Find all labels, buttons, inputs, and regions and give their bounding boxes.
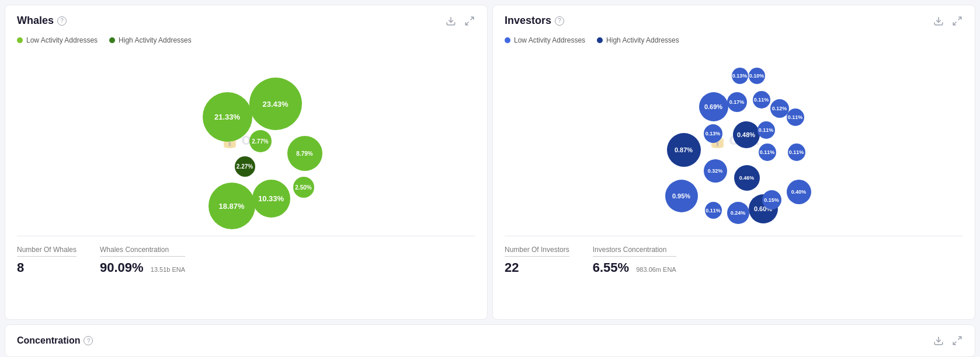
whale-bubble-2: 18.87% — [208, 183, 255, 229]
whales-actions — [445, 15, 475, 27]
investors-high-label: High Activity Addresses — [606, 36, 679, 44]
concentration-actions — [933, 335, 963, 346]
whale-bubble-3: 10.33% — [252, 180, 290, 218]
whale-bubble-0: 23.43% — [249, 78, 302, 130]
whales-legend-low: Low Activity Addresses — [17, 36, 98, 44]
investors-concentration-value: 6.55% 983.06m ENA — [593, 260, 676, 275]
investors-title: Investors — [505, 15, 551, 27]
main-container: Whales ? Low Activity Addresses — [0, 0, 980, 357]
top-row: Whales ? Low Activity Addresses — [0, 0, 980, 324]
whales-bubble-area: 🔒ock 23.43%21.33%18.87%10.33%8.79%2.77%2… — [17, 51, 475, 226]
whales-number-value: 8 — [17, 260, 77, 275]
whales-high-label: High Activity Addresses — [119, 36, 192, 44]
whales-bubble-container: 🔒ock 23.43%21.33%18.87%10.33%8.79%2.77%2… — [159, 60, 334, 218]
whales-expand-icon[interactable] — [464, 15, 475, 27]
investor-bubble-20: 0.13% — [732, 68, 748, 84]
investors-concentration-label: Investors Concentration — [593, 246, 676, 257]
whales-legend-high: High Activity Addresses — [109, 36, 192, 44]
svg-line-1 — [471, 17, 474, 20]
investors-expand-icon[interactable] — [951, 15, 963, 27]
concentration-title: Concentration — [17, 335, 80, 346]
investor-bubble-14: 0.11% — [757, 121, 775, 139]
investors-number-label: Number Of Investors — [505, 246, 569, 257]
concentration-panel: Concentration ? — [5, 324, 975, 357]
investor-bubble-7: 0.32% — [704, 159, 727, 183]
investors-legend-high: High Activity Addresses — [597, 36, 679, 44]
svg-line-8 — [953, 342, 956, 345]
concentration-help-icon[interactable]: ? — [84, 336, 93, 345]
investors-bubble-area: 🔒ock 0.87%0.95%0.69%0.60%0.48%0.46%0.40%… — [505, 51, 963, 226]
whales-number-stat: Number Of Whales 8 — [17, 246, 77, 275]
investor-bubble-10: 0.15% — [762, 190, 781, 209]
investors-actions — [933, 15, 963, 27]
investor-bubble-13: 0.11% — [753, 91, 770, 108]
svg-line-5 — [953, 22, 956, 24]
investor-bubble-17: 0.11% — [759, 144, 776, 161]
investor-bubble-11: 0.13% — [704, 124, 722, 143]
whale-bubble-6: 2.50% — [293, 177, 314, 198]
whales-high-dot — [109, 37, 115, 43]
whale-bubble-4: 8.79% — [287, 136, 322, 171]
whale-bubble-7: 2.27% — [235, 156, 255, 177]
svg-line-2 — [465, 22, 468, 24]
investor-bubble-15: 0.11% — [787, 108, 804, 126]
whales-concentration-sub: 13.51b ENA — [151, 266, 185, 273]
whales-title: Whales — [17, 15, 54, 27]
investor-bubble-19: 0.10% — [749, 68, 765, 84]
investor-bubble-16: 0.11% — [788, 144, 805, 161]
concentration-download-icon[interactable] — [933, 335, 944, 346]
whale-bubble-5: 2.77% — [249, 130, 272, 152]
investors-number-stat: Number Of Investors 22 — [505, 246, 569, 275]
whales-stats: Number Of Whales 8 Whales Concentration … — [17, 236, 475, 275]
concentration-expand-icon[interactable] — [951, 335, 963, 346]
whales-help-icon[interactable]: ? — [57, 16, 67, 26]
investor-bubble-1: 0.95% — [665, 180, 698, 212]
investors-header: Investors ? — [505, 15, 963, 27]
whales-concentration-stat: Whales Concentration 90.09% 13.51b ENA — [100, 246, 185, 275]
whales-low-dot — [17, 37, 23, 43]
investor-bubble-12: 0.12% — [770, 99, 789, 118]
investors-high-dot — [597, 37, 603, 43]
investors-bubble-container: 🔒ock 0.87%0.95%0.69%0.60%0.48%0.46%0.40%… — [641, 57, 828, 220]
investors-download-icon[interactable] — [933, 15, 944, 27]
investors-low-label: Low Activity Addresses — [514, 36, 585, 44]
investors-legend-low: Low Activity Addresses — [505, 36, 585, 44]
whales-download-icon[interactable] — [445, 15, 457, 27]
investor-bubble-8: 0.24% — [727, 202, 749, 224]
investors-low-dot — [505, 37, 510, 43]
whales-legend: Low Activity Addresses High Activity Add… — [17, 36, 475, 44]
investor-bubble-2: 0.69% — [699, 92, 728, 121]
whales-concentration-label: Whales Concentration — [100, 246, 185, 257]
whales-concentration-value: 90.09% 13.51b ENA — [100, 260, 185, 275]
investor-bubble-5: 0.46% — [734, 165, 760, 191]
investor-bubble-0: 0.87% — [667, 133, 701, 167]
whale-bubble-1: 21.33% — [203, 92, 252, 142]
investors-concentration-stat: Investors Concentration 6.55% 983.06m EN… — [593, 246, 676, 275]
whales-header: Whales ? — [17, 15, 475, 27]
investors-legend: Low Activity Addresses High Activity Add… — [505, 36, 963, 44]
svg-line-7 — [958, 337, 961, 340]
whales-panel: Whales ? Low Activity Addresses — [5, 5, 488, 320]
investor-bubble-18: 0.11% — [705, 202, 722, 219]
investors-stats: Number Of Investors 22 Investors Concent… — [505, 236, 963, 275]
investor-bubble-9: 0.17% — [727, 92, 747, 112]
whales-title-row: Whales ? — [17, 15, 67, 27]
investors-title-row: Investors ? — [505, 15, 564, 27]
investors-number-value: 22 — [505, 260, 569, 275]
concentration-title-row: Concentration ? — [17, 335, 93, 346]
investors-panel: Investors ? Low Activity Addresses — [492, 5, 975, 320]
investors-concentration-sub: 983.06m ENA — [636, 266, 676, 273]
investor-bubble-4: 0.48% — [733, 121, 760, 148]
svg-line-4 — [958, 17, 961, 20]
whales-low-label: Low Activity Addresses — [26, 36, 98, 44]
whales-number-label: Number Of Whales — [17, 246, 77, 257]
investors-help-icon[interactable]: ? — [555, 16, 564, 26]
investor-bubble-6: 0.40% — [787, 180, 811, 204]
